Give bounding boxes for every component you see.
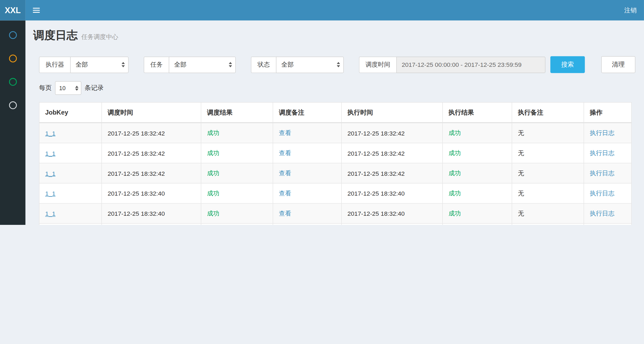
trigger-time-cell: 2017-12-25 18:32:42 <box>102 143 201 163</box>
handle-time-cell: 2017-12-25 18:32:40 <box>342 203 443 224</box>
col-trigger-time: 调度时间 <box>102 103 201 123</box>
executor-select-value: 全部 <box>75 61 88 68</box>
sidebar-circle-icon-2 <box>9 54 17 62</box>
col-handle-result: 执行结果 <box>443 103 512 123</box>
handle-time-cell: 2017-12-25 18:32:42 <box>342 163 443 183</box>
trigger-time-filter-label: 调度时间 <box>359 56 396 73</box>
table-row: 1_1 2017-12-25 18:32:40 成功 查看 2017-12-25… <box>39 224 631 225</box>
sidebar-circle-icon-1 <box>9 31 17 39</box>
handle-msg-cell: 无 <box>512 224 584 225</box>
jobkey-link[interactable]: 1_1 <box>45 149 55 156</box>
status-filter-group: 状态 全部 <box>251 56 344 73</box>
exec-log-link[interactable]: 执行日志 <box>590 169 614 176</box>
handle-msg-cell: 无 <box>512 123 584 143</box>
col-action: 操作 <box>584 103 631 123</box>
page-size-select[interactable]: 10 <box>55 81 81 95</box>
sidebar-circle-icon-4 <box>9 101 17 109</box>
select-arrows-icon <box>337 62 340 67</box>
app-root: XXL 注销 <box>0 0 644 225</box>
executor-filter-group: 执行器 全部 <box>39 56 128 73</box>
col-jobkey: JobKey <box>39 103 102 123</box>
jobkey-link[interactable]: 1_1 <box>45 190 55 197</box>
trigger-result-text: 成功 <box>207 210 219 217</box>
handle-time-cell: 2017-12-25 18:32:40 <box>342 183 443 203</box>
job-filter-label: 任务 <box>144 56 169 73</box>
trigger-result-text: 成功 <box>207 149 219 156</box>
sidebar-item-2[interactable] <box>0 47 26 70</box>
page-size-row: 每页 10 条记录 <box>26 73 644 95</box>
handle-time-cell: 2017-12-25 18:32:40 <box>342 224 443 225</box>
trigger-msg-link[interactable]: 查看 <box>279 129 291 136</box>
handle-result-text: 成功 <box>448 129 461 136</box>
handle-msg-cell: 无 <box>512 163 584 183</box>
trigger-msg-link[interactable]: 查看 <box>279 210 291 217</box>
exec-log-link[interactable]: 执行日志 <box>590 189 614 196</box>
log-table-body: 1_1 2017-12-25 18:32:42 成功 查看 2017-12-25… <box>39 123 631 225</box>
col-trigger-result: 调度结果 <box>201 103 273 123</box>
table-row: 1_1 2017-12-25 18:32:40 成功 查看 2017-12-25… <box>39 183 631 203</box>
app-body: 调度日志 任务调度中心 执行器 全部 任务 全部 <box>0 20 644 225</box>
trigger-msg-link[interactable]: 查看 <box>279 189 291 196</box>
page-size-value: 10 <box>59 85 66 91</box>
status-select[interactable]: 全部 <box>276 56 344 73</box>
trigger-time-filter-group: 调度时间 <box>359 56 545 73</box>
handle-time-cell: 2017-12-25 18:32:42 <box>342 123 443 143</box>
clear-button[interactable]: 清理 <box>601 56 635 73</box>
col-handle-time: 执行时间 <box>342 103 443 123</box>
sidebar <box>0 20 26 225</box>
sidebar-item-4[interactable] <box>0 94 26 117</box>
top-navbar: XXL 注销 <box>0 0 644 20</box>
trigger-time-cell: 2017-12-25 18:32:40 <box>102 183 201 203</box>
job-select[interactable]: 全部 <box>169 56 236 73</box>
status-filter-label: 状态 <box>251 56 276 73</box>
trigger-result-text: 成功 <box>207 189 219 196</box>
handle-msg-cell: 无 <box>512 143 584 163</box>
executor-select[interactable]: 全部 <box>70 56 129 73</box>
navbar-main: 注销 <box>26 0 644 20</box>
exec-log-link[interactable]: 执行日志 <box>590 129 614 136</box>
exec-log-link[interactable]: 执行日志 <box>590 149 614 156</box>
handle-time-cell: 2017-12-25 18:32:42 <box>342 143 443 163</box>
filter-row: 执行器 全部 任务 全部 状态 全部 <box>26 50 644 73</box>
page-size-prefix: 每页 <box>39 84 52 92</box>
sidebar-toggle-button[interactable] <box>26 0 47 20</box>
main-content: 调度日志 任务调度中心 执行器 全部 任务 全部 <box>26 20 644 225</box>
hamburger-icon <box>33 8 40 9</box>
page-subtitle: 任务调度中心 <box>81 30 118 43</box>
col-handle-msg: 执行备注 <box>512 103 584 123</box>
executor-filter-label: 执行器 <box>39 56 70 73</box>
trigger-time-cell: 2017-12-25 18:32:40 <box>102 224 201 225</box>
jobkey-link[interactable]: 1_1 <box>45 129 55 136</box>
table-row: 1_1 2017-12-25 18:32:40 成功 查看 2017-12-25… <box>39 203 631 224</box>
jobkey-link[interactable]: 1_1 <box>45 210 55 217</box>
trigger-result-text: 成功 <box>207 169 219 176</box>
trigger-time-range-input[interactable] <box>396 56 545 73</box>
job-filter-group: 任务 全部 <box>144 56 236 73</box>
trigger-msg-link[interactable]: 查看 <box>279 149 291 156</box>
sidebar-item-1[interactable] <box>0 23 26 47</box>
log-table-header: JobKey 调度时间 调度结果 调度备注 执行时间 执行结果 执行备注 操作 <box>39 103 631 123</box>
trigger-time-cell: 2017-12-25 18:32:42 <box>102 163 201 183</box>
select-arrows-icon <box>75 86 78 90</box>
handle-result-text: 成功 <box>448 169 461 176</box>
page-size-suffix: 条记录 <box>85 84 104 92</box>
handle-msg-cell: 无 <box>512 203 584 224</box>
job-select-value: 全部 <box>174 61 186 68</box>
table-row: 1_1 2017-12-25 18:32:42 成功 查看 2017-12-25… <box>39 163 631 183</box>
jobkey-link[interactable]: 1_1 <box>45 170 55 177</box>
search-button[interactable]: 搜索 <box>550 56 585 73</box>
select-arrows-icon <box>229 62 232 67</box>
table-row: 1_1 2017-12-25 18:32:42 成功 查看 2017-12-25… <box>39 123 631 143</box>
sidebar-item-3[interactable] <box>0 70 26 94</box>
exec-log-link[interactable]: 执行日志 <box>590 210 614 217</box>
handle-result-text: 成功 <box>448 189 461 196</box>
table-row: 1_1 2017-12-25 18:32:42 成功 查看 2017-12-25… <box>39 143 631 163</box>
app-logo[interactable]: XXL <box>0 0 26 20</box>
select-arrows-icon <box>122 62 125 67</box>
handle-result-text: 成功 <box>448 149 461 156</box>
content-header: 调度日志 任务调度中心 <box>26 20 644 50</box>
status-select-value: 全部 <box>281 61 294 68</box>
trigger-msg-link[interactable]: 查看 <box>279 169 291 176</box>
handle-msg-cell: 无 <box>512 183 584 203</box>
logout-link[interactable]: 注销 <box>617 0 644 20</box>
